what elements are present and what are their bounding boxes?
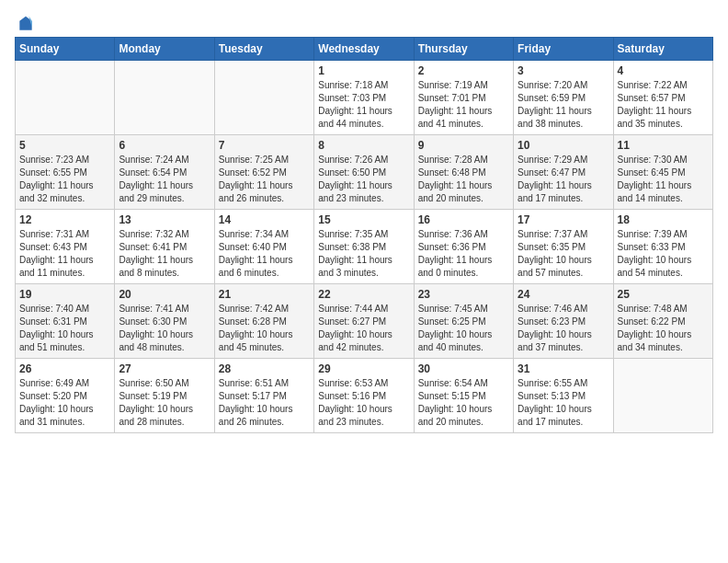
day-info: Sunrise: 7:31 AM Sunset: 6:43 PM Dayligh… [19, 228, 110, 280]
day-number: 9 [418, 139, 509, 152]
calendar-cell: 28Sunrise: 6:51 AM Sunset: 5:17 PM Dayli… [214, 359, 313, 433]
day-info: Sunrise: 7:39 AM Sunset: 6:33 PM Dayligh… [618, 228, 709, 280]
calendar-cell: 24Sunrise: 7:46 AM Sunset: 6:23 PM Dayli… [514, 284, 613, 359]
day-info: Sunrise: 7:36 AM Sunset: 6:36 PM Dayligh… [418, 228, 509, 280]
calendar-cell: 25Sunrise: 7:48 AM Sunset: 6:22 PM Dayli… [613, 284, 712, 359]
day-number: 11 [618, 139, 709, 152]
day-number: 25 [618, 288, 709, 301]
calendar-cell: 7Sunrise: 7:25 AM Sunset: 6:52 PM Daylig… [214, 135, 313, 210]
day-number: 22 [318, 288, 409, 301]
calendar-cell: 30Sunrise: 6:54 AM Sunset: 5:15 PM Dayli… [414, 359, 513, 433]
calendar-cell: 15Sunrise: 7:35 AM Sunset: 6:38 PM Dayli… [314, 210, 414, 284]
day-info: Sunrise: 7:29 AM Sunset: 6:47 PM Dayligh… [518, 154, 609, 205]
calendar-cell: 26Sunrise: 6:49 AM Sunset: 5:20 PM Dayli… [16, 359, 115, 433]
day-of-week-header: Friday [514, 38, 613, 61]
day-of-week-header: Thursday [414, 38, 513, 61]
day-number: 24 [518, 288, 609, 301]
calendar-cell: 2Sunrise: 7:19 AM Sunset: 7:01 PM Daylig… [414, 61, 513, 135]
calendar-cell: 3Sunrise: 7:20 AM Sunset: 6:59 PM Daylig… [514, 61, 613, 135]
calendar-week-row: 1Sunrise: 7:18 AM Sunset: 7:03 PM Daylig… [16, 61, 713, 135]
day-number: 17 [518, 213, 609, 226]
day-info: Sunrise: 7:24 AM Sunset: 6:54 PM Dayligh… [119, 154, 210, 205]
day-info: Sunrise: 7:35 AM Sunset: 6:38 PM Dayligh… [318, 228, 409, 280]
day-number: 29 [318, 362, 409, 375]
calendar-cell: 5Sunrise: 7:23 AM Sunset: 6:55 PM Daylig… [16, 135, 115, 210]
logo-icon [17, 15, 35, 33]
day-number: 3 [518, 64, 609, 77]
calendar-cell: 12Sunrise: 7:31 AM Sunset: 6:43 PM Dayli… [16, 210, 115, 284]
day-info: Sunrise: 6:50 AM Sunset: 5:19 PM Dayligh… [119, 377, 210, 429]
day-info: Sunrise: 7:48 AM Sunset: 6:22 PM Dayligh… [618, 303, 709, 354]
day-info: Sunrise: 6:49 AM Sunset: 5:20 PM Dayligh… [19, 377, 110, 429]
day-number: 10 [518, 139, 609, 152]
calendar-cell: 6Sunrise: 7:24 AM Sunset: 6:54 PM Daylig… [115, 135, 214, 210]
day-info: Sunrise: 7:40 AM Sunset: 6:31 PM Dayligh… [19, 303, 110, 354]
day-info: Sunrise: 6:55 AM Sunset: 5:13 PM Dayligh… [518, 377, 609, 429]
calendar-cell: 22Sunrise: 7:44 AM Sunset: 6:27 PM Dayli… [314, 284, 414, 359]
calendar-cell: 27Sunrise: 6:50 AM Sunset: 5:19 PM Dayli… [115, 359, 214, 433]
day-number: 20 [119, 288, 210, 301]
calendar-cell: 10Sunrise: 7:29 AM Sunset: 6:47 PM Dayli… [514, 135, 613, 210]
day-info: Sunrise: 7:37 AM Sunset: 6:35 PM Dayligh… [518, 228, 609, 280]
day-number: 18 [618, 213, 709, 226]
day-number: 4 [618, 64, 709, 77]
day-of-week-header: Sunday [16, 38, 115, 61]
calendar-cell: 8Sunrise: 7:26 AM Sunset: 6:50 PM Daylig… [314, 135, 414, 210]
day-info: Sunrise: 7:22 AM Sunset: 6:57 PM Dayligh… [618, 79, 709, 131]
day-number: 1 [318, 64, 409, 77]
day-info: Sunrise: 7:34 AM Sunset: 6:40 PM Dayligh… [219, 228, 310, 280]
calendar-cell: 1Sunrise: 7:18 AM Sunset: 7:03 PM Daylig… [314, 61, 414, 135]
calendar-cell [16, 61, 115, 135]
calendar-cell [613, 359, 712, 433]
day-number: 14 [219, 213, 310, 226]
day-number: 21 [219, 288, 310, 301]
day-number: 13 [119, 213, 210, 226]
calendar-week-row: 5Sunrise: 7:23 AM Sunset: 6:55 PM Daylig… [16, 135, 713, 210]
day-number: 15 [318, 213, 409, 226]
day-of-week-header: Saturday [613, 38, 712, 61]
day-of-week-header: Monday [115, 38, 214, 61]
day-info: Sunrise: 7:26 AM Sunset: 6:50 PM Dayligh… [318, 154, 409, 205]
day-number: 2 [418, 64, 509, 77]
calendar-week-row: 26Sunrise: 6:49 AM Sunset: 5:20 PM Dayli… [16, 359, 713, 433]
calendar-cell [214, 61, 313, 135]
day-info: Sunrise: 7:41 AM Sunset: 6:30 PM Dayligh… [119, 303, 210, 354]
day-info: Sunrise: 7:45 AM Sunset: 6:25 PM Dayligh… [418, 303, 509, 354]
calendar-cell: 13Sunrise: 7:32 AM Sunset: 6:41 PM Dayli… [115, 210, 214, 284]
logo [15, 15, 35, 29]
day-number: 5 [19, 139, 110, 152]
calendar-cell: 16Sunrise: 7:36 AM Sunset: 6:36 PM Dayli… [414, 210, 513, 284]
calendar-cell: 17Sunrise: 7:37 AM Sunset: 6:35 PM Dayli… [514, 210, 613, 284]
day-info: Sunrise: 6:51 AM Sunset: 5:17 PM Dayligh… [219, 377, 310, 429]
calendar-cell: 9Sunrise: 7:28 AM Sunset: 6:48 PM Daylig… [414, 135, 513, 210]
page-header [15, 15, 713, 29]
day-number: 12 [19, 213, 110, 226]
day-info: Sunrise: 6:54 AM Sunset: 5:15 PM Dayligh… [418, 377, 509, 429]
day-info: Sunrise: 6:53 AM Sunset: 5:16 PM Dayligh… [318, 377, 409, 429]
day-info: Sunrise: 7:28 AM Sunset: 6:48 PM Dayligh… [418, 154, 509, 205]
calendar-week-row: 19Sunrise: 7:40 AM Sunset: 6:31 PM Dayli… [16, 284, 713, 359]
day-info: Sunrise: 7:46 AM Sunset: 6:23 PM Dayligh… [518, 303, 609, 354]
day-number: 8 [318, 139, 409, 152]
calendar-table: SundayMondayTuesdayWednesdayThursdayFrid… [15, 37, 713, 433]
calendar-cell: 11Sunrise: 7:30 AM Sunset: 6:45 PM Dayli… [613, 135, 712, 210]
day-number: 31 [518, 362, 609, 375]
day-info: Sunrise: 7:42 AM Sunset: 6:28 PM Dayligh… [219, 303, 310, 354]
day-info: Sunrise: 7:20 AM Sunset: 6:59 PM Dayligh… [518, 79, 609, 131]
calendar-cell: 23Sunrise: 7:45 AM Sunset: 6:25 PM Dayli… [414, 284, 513, 359]
day-number: 6 [119, 139, 210, 152]
day-number: 7 [219, 139, 310, 152]
calendar-cell: 20Sunrise: 7:41 AM Sunset: 6:30 PM Dayli… [115, 284, 214, 359]
day-info: Sunrise: 7:23 AM Sunset: 6:55 PM Dayligh… [19, 154, 110, 205]
day-of-week-header: Wednesday [314, 38, 414, 61]
calendar-week-row: 12Sunrise: 7:31 AM Sunset: 6:43 PM Dayli… [16, 210, 713, 284]
day-number: 26 [19, 362, 110, 375]
day-info: Sunrise: 7:44 AM Sunset: 6:27 PM Dayligh… [318, 303, 409, 354]
day-number: 27 [119, 362, 210, 375]
calendar-header-row: SundayMondayTuesdayWednesdayThursdayFrid… [16, 38, 713, 61]
calendar-cell: 29Sunrise: 6:53 AM Sunset: 5:16 PM Dayli… [314, 359, 414, 433]
calendar-cell: 21Sunrise: 7:42 AM Sunset: 6:28 PM Dayli… [214, 284, 313, 359]
calendar-cell: 31Sunrise: 6:55 AM Sunset: 5:13 PM Dayli… [514, 359, 613, 433]
day-number: 16 [418, 213, 509, 226]
day-number: 23 [418, 288, 509, 301]
